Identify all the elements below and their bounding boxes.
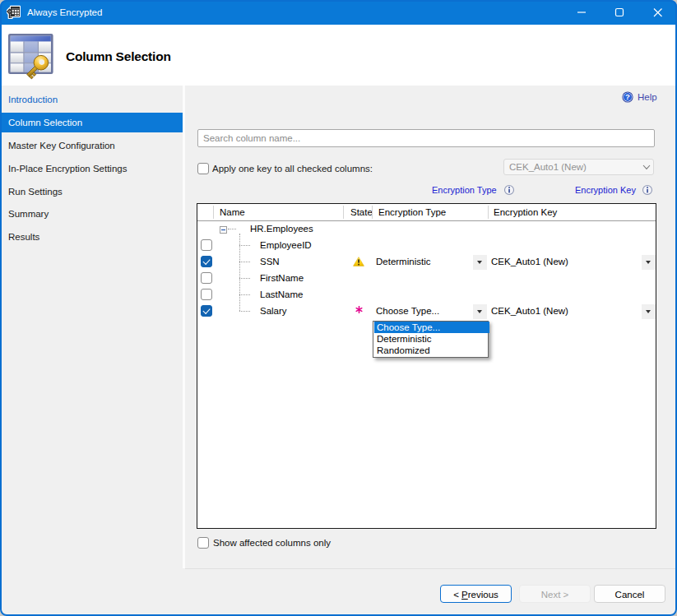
svg-text:?: ? — [625, 92, 630, 101]
